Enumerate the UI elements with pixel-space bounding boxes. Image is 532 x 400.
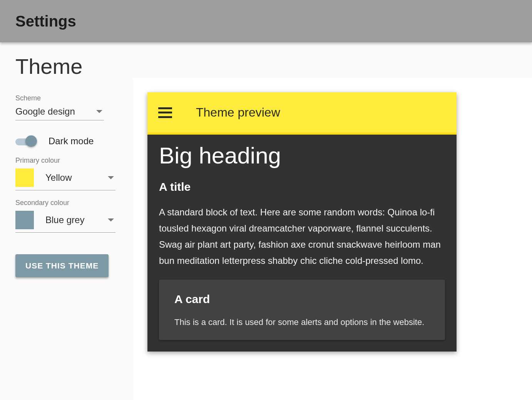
scheme-field: Scheme Google design xyxy=(15,94,117,120)
preview-body: Big heading A title A standard block of … xyxy=(147,135,457,352)
dark-mode-label: Dark mode xyxy=(49,136,94,147)
appbar-title: Settings xyxy=(15,13,76,30)
preview-card-text: This is a card. It is used for some aler… xyxy=(174,315,430,329)
primary-colour-field: Primary colour Yellow xyxy=(15,157,117,190)
preview-paragraph: A standard block of text. Here are some … xyxy=(159,204,445,269)
appbar: Settings xyxy=(0,0,532,42)
secondary-colour-field: Secondary colour Blue grey xyxy=(15,199,117,233)
chevron-down-icon xyxy=(108,218,114,222)
preview-toolbar: Theme preview xyxy=(147,92,457,135)
dark-mode-row: Dark mode xyxy=(15,136,117,147)
scheme-select[interactable]: Google design xyxy=(15,105,104,120)
chevron-down-icon xyxy=(108,176,114,179)
chevron-down-icon xyxy=(96,110,102,113)
primary-colour-swatch xyxy=(15,168,34,187)
main-layout: Theme Scheme Google design Dark mode Pri… xyxy=(0,42,532,400)
secondary-colour-label: Secondary colour xyxy=(15,199,117,207)
secondary-colour-value: Blue grey xyxy=(45,215,108,225)
hamburger-menu-icon[interactable] xyxy=(158,107,172,118)
use-this-theme-button[interactable]: USE THIS THEME xyxy=(15,254,109,277)
theme-preview: Theme preview Big heading A title A stan… xyxy=(147,92,457,352)
primary-colour-select[interactable]: Yellow xyxy=(15,167,115,190)
primary-colour-label: Primary colour xyxy=(15,157,117,165)
scheme-value: Google design xyxy=(15,106,75,117)
switch-thumb xyxy=(25,135,37,147)
dark-mode-toggle[interactable] xyxy=(15,137,38,145)
preview-card-title: A card xyxy=(174,293,430,306)
scheme-label: Scheme xyxy=(15,94,117,102)
preview-big-heading: Big heading xyxy=(159,142,445,169)
preview-toolbar-title: Theme preview xyxy=(196,105,280,120)
secondary-colour-select[interactable]: Blue grey xyxy=(15,209,115,233)
preview-title-heading: A title xyxy=(159,180,445,193)
settings-panel: Theme Scheme Google design Dark mode Pri… xyxy=(0,42,133,400)
primary-colour-value: Yellow xyxy=(45,172,108,183)
preview-area: Theme preview Big heading A title A stan… xyxy=(133,78,532,400)
secondary-colour-swatch xyxy=(15,211,34,229)
page-title: Theme xyxy=(15,54,117,79)
preview-card: A card This is a card. It is used for so… xyxy=(159,280,445,340)
